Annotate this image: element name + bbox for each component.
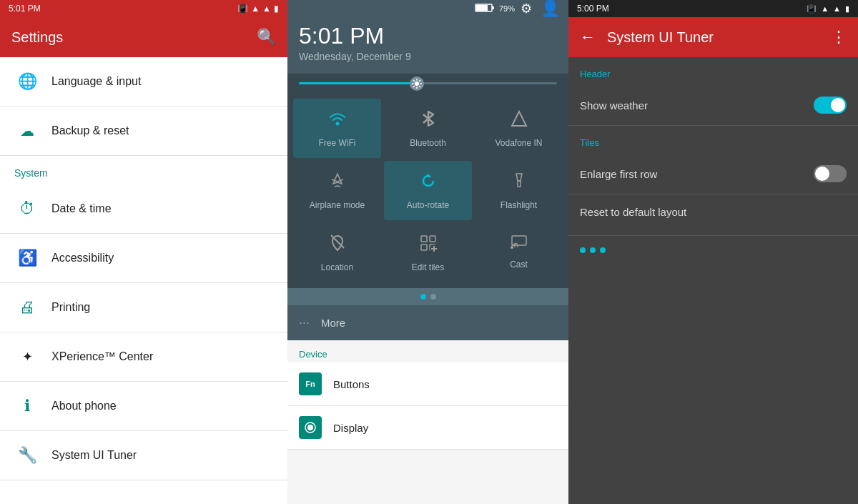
settings-item-datetime[interactable]: ⏱ Date & time xyxy=(0,184,287,234)
enlarge-row-toggle[interactable] xyxy=(814,165,847,182)
quick-settings-panel: 79% ⚙ 👤 5:01 PM Wednesday, December 9 xyxy=(287,0,568,504)
qs-tiles-grid: Free WiFi Bluetooth Vodafone IN xyxy=(287,93,568,288)
display-label: Display xyxy=(333,422,368,434)
airplane-tile-label: Airplane mode xyxy=(310,200,365,210)
tuner-dot-1 xyxy=(580,247,586,253)
battery-text: 79% xyxy=(499,4,515,13)
wifi-tile-icon xyxy=(327,109,347,134)
qs-device-section: Device Fn Buttons Display xyxy=(287,340,568,504)
svg-rect-19 xyxy=(421,236,427,242)
vibrate-icon: 📳 xyxy=(237,4,248,14)
settings-title: Settings xyxy=(11,29,63,46)
back-button[interactable]: ← xyxy=(580,28,596,46)
settings-status-bar: 5:01 PM 📳 ▲ ▲ ▮ xyxy=(0,0,287,17)
tuner-dot-3 xyxy=(600,247,606,253)
tuner-wifi-icon: ▲ xyxy=(821,4,829,13)
svg-rect-2 xyxy=(476,5,488,11)
settings-status-icons: 📳 ▲ ▲ ▮ xyxy=(237,4,279,14)
more-dots-icon: ··· xyxy=(299,315,310,330)
qs-more-button[interactable]: ··· More xyxy=(287,305,568,340)
flashlight-tile-label: Flashlight xyxy=(500,200,537,210)
qs-tile-signal[interactable]: Vodafone IN xyxy=(475,99,563,158)
user-avatar[interactable]: 👤 xyxy=(541,0,560,18)
settings-item-xperience[interactable]: ✦ XPerience™ Center xyxy=(0,332,287,382)
svg-line-10 xyxy=(419,80,420,81)
bluetooth-tile-icon xyxy=(420,109,437,134)
edit-tile-icon xyxy=(418,233,438,258)
buttons-label: Buttons xyxy=(333,378,370,390)
svg-rect-21 xyxy=(421,244,427,250)
settings-item-accessibility[interactable]: ♿ Accessibility xyxy=(0,234,287,283)
brightness-thumb xyxy=(410,76,424,91)
svg-marker-13 xyxy=(512,112,526,126)
show-weather-label: Show weather xyxy=(580,99,648,112)
printing-icon: 🖨 xyxy=(14,295,40,320)
brightness-slider[interactable] xyxy=(299,82,557,84)
settings-item-printing[interactable]: 🖨 Printing xyxy=(0,283,287,332)
svg-point-14 xyxy=(423,176,433,186)
cast-tile-icon xyxy=(509,233,529,255)
location-tile-label: Location xyxy=(321,262,353,272)
qs-tile-flashlight[interactable]: Flashlight xyxy=(475,161,563,220)
tuner-show-weather[interactable]: Show weather xyxy=(568,85,858,126)
tuner-vibrate-icon: 📳 xyxy=(807,4,817,14)
qs-tile-bluetooth[interactable]: Bluetooth xyxy=(384,99,472,158)
qs-brightness-bar[interactable] xyxy=(287,74,568,93)
settings-item-about[interactable]: ℹ About phone xyxy=(0,382,287,431)
qs-tile-location[interactable]: Location xyxy=(293,223,381,282)
show-weather-toggle[interactable] xyxy=(814,97,847,114)
settings-item-language[interactable]: 🌐 Language & input xyxy=(0,57,287,107)
ui-tuner-label: System UI Tuner xyxy=(51,449,137,462)
xperience-label: XPerience™ Center xyxy=(51,350,153,363)
settings-time: 5:01 PM xyxy=(9,4,41,14)
wifi-icon: ▲ xyxy=(251,4,260,14)
bluetooth-tile-label: Bluetooth xyxy=(410,138,446,148)
svg-point-12 xyxy=(335,122,339,126)
device-item-buttons[interactable]: Fn Buttons xyxy=(287,362,568,406)
svg-line-9 xyxy=(419,86,420,87)
autorotate-tile-label: Auto-rotate xyxy=(407,200,449,210)
qs-tile-airplane[interactable]: Airplane mode xyxy=(293,161,381,220)
battery-percent xyxy=(475,3,495,14)
device-item-display[interactable]: Display xyxy=(287,406,568,450)
qs-tile-wifi[interactable]: Free WiFi xyxy=(293,99,381,158)
svg-marker-16 xyxy=(516,174,522,181)
tuner-title: System UI Tuner xyxy=(607,29,819,46)
tuner-signal-icon: ▲ xyxy=(833,4,841,13)
buttons-icon: Fn xyxy=(299,372,322,395)
qs-dot-1 xyxy=(420,294,426,300)
signal-tile-label: Vodafone IN xyxy=(495,138,542,148)
about-label: About phone xyxy=(51,400,117,412)
qs-top-icons: ⚙ 👤 xyxy=(521,0,560,18)
accessibility-icon: ♿ xyxy=(14,245,40,271)
settings-item-ui-tuner[interactable]: 🔧 System UI Tuner xyxy=(0,431,287,480)
tuner-dot-2 xyxy=(590,247,596,253)
settings-header: Settings 🔍 xyxy=(0,17,287,57)
wifi-tile-label: Free WiFi xyxy=(319,138,356,148)
language-label: Language & input xyxy=(51,75,141,88)
tuner-enlarge-row[interactable]: Enlarge first row xyxy=(568,154,858,194)
display-icon xyxy=(299,416,322,439)
tuner-divider xyxy=(568,235,858,236)
brightness-fill xyxy=(299,82,415,84)
qs-tile-edittiles[interactable]: Edit tiles xyxy=(384,223,472,282)
tuner-status-bar: 5:00 PM 📳 ▲ ▲ ▮ xyxy=(568,0,858,17)
header-section-label: Header xyxy=(568,57,858,85)
tuner-more-menu[interactable]: ⋮ xyxy=(831,28,847,46)
enlarge-toggle-thumb xyxy=(815,167,829,181)
datetime-icon: ⏱ xyxy=(14,196,40,222)
gear-icon[interactable]: ⚙ xyxy=(521,1,532,16)
tuner-time: 5:00 PM xyxy=(577,4,609,14)
settings-panel: 5:01 PM 📳 ▲ ▲ ▮ Settings 🔍 🌐 Language & … xyxy=(0,0,287,504)
tuner-content: Header Show weather Tiles Enlarge first … xyxy=(568,57,858,504)
settings-item-backup[interactable]: ☁ Backup & reset xyxy=(0,107,287,156)
qs-header: 5:01 PM Wednesday, December 9 xyxy=(287,17,568,74)
reset-layout-button[interactable]: Reset to default layout xyxy=(568,194,858,229)
more-label: More xyxy=(321,317,345,329)
qs-tile-autorotate[interactable]: Auto-rotate xyxy=(384,161,472,220)
qs-date: Wednesday, December 9 xyxy=(299,51,557,62)
svg-rect-20 xyxy=(430,236,435,242)
qs-tile-cast[interactable]: Cast xyxy=(475,223,563,282)
ui-tuner-icon: 🔧 xyxy=(14,443,40,468)
search-icon[interactable]: 🔍 xyxy=(257,28,276,46)
